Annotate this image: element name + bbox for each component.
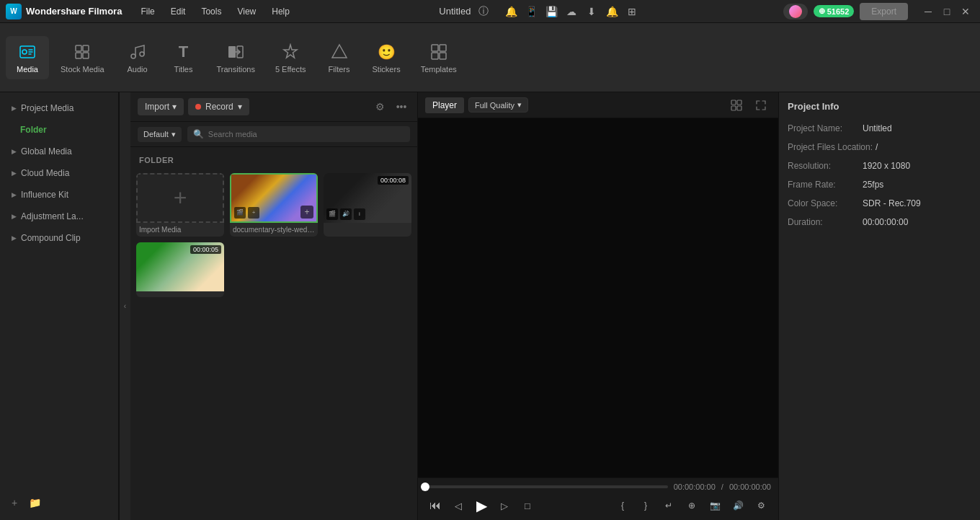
stickers-icon: 🙂 [376,42,396,62]
media-item-import[interactable]: + Import Media [136,173,224,237]
cloud-icon[interactable]: ☁ [563,3,580,20]
project-framerate-row: Frame Rate: 25fps [788,180,971,190]
menu-edit[interactable]: Edit [164,4,193,19]
sidebar-item-cloud-media[interactable]: ▶ Cloud Media [3,163,115,183]
expand-arrow-global: ▶ [12,148,17,155]
toolbar-audio[interactable]: Audio [116,36,159,79]
titles-icon: T [174,42,194,62]
toolbar-stock-media[interactable]: Stock Media [52,36,113,79]
settings2-icon[interactable]: ⚙ [751,495,771,516]
grid-view-icon[interactable] [726,95,747,115]
insert-icon[interactable]: ↵ [659,495,679,516]
svg-rect-2 [76,45,81,51]
sidebar-collapse-btn[interactable]: ‹ [119,92,130,520]
download-icon[interactable]: ⬇ [583,3,600,20]
resolution-label: Resolution: [788,161,860,171]
window-controls: ─ □ ✕ [919,3,974,20]
record-button[interactable]: Record ▾ [188,98,249,115]
media-toolbar: Import ▾ Record ▾ ⚙ ••• [130,92,417,122]
more-options-icon[interactable]: ••• [393,98,410,115]
toolbar-media[interactable]: Media [6,36,49,79]
expand-arrow-project: ▶ [12,105,17,112]
sidebar-item-folder[interactable]: Folder [3,120,115,140]
sidebar: ▶ Project Media Folder ▶ Global Media ▶ … [0,92,119,520]
clip-icon: 🎬 [234,207,246,219]
skip-back-icon[interactable]: ⏮ [425,495,445,516]
progress-handle[interactable] [421,482,429,491]
quality-select[interactable]: Full Quality ▾ [468,97,528,113]
sidebar-item-compound-clip[interactable]: ▶ Compound Clip [3,228,115,248]
media-item-outdoor1[interactable]: 00:00:05 [136,242,224,298]
storage-icon[interactable]: 💾 [543,3,560,20]
import-chevron-icon: ▾ [172,102,177,112]
close-button[interactable]: ✕ [957,3,974,20]
maximize-button[interactable]: □ [938,3,956,20]
media-item-dark1[interactable]: 00:00:08 🎬 🔊 i [324,173,411,237]
search-input[interactable] [208,130,404,138]
menu-tools[interactable]: Tools [194,4,228,19]
duration-value: 00:00:00:00 [863,217,908,227]
fullscreen-icon[interactable] [751,95,771,115]
play-button[interactable]: ▶ [471,495,491,516]
points-badge[interactable]: ⊕ 51652 [814,5,855,17]
plus-icon: + [174,185,187,211]
sidebar-item-global-media[interactable]: ▶ Global Media [3,141,115,162]
player-tab[interactable]: Player [425,97,464,113]
grid-icon[interactable]: ⊞ [623,3,641,20]
svg-rect-4 [76,53,81,58]
dark1-duration: 00:00:08 [378,176,409,185]
fullscreen-toggle-icon[interactable]: □ [517,495,538,516]
media-items-grid: + Import Media 🎬 + [136,173,411,297]
append-icon[interactable]: ⊕ [682,495,702,516]
title-info-icon[interactable]: ⓘ [475,3,492,20]
devices-icon[interactable]: 📱 [522,3,540,20]
toolbar-stickers-label: Stickers [373,65,401,74]
sidebar-item-influence-kit[interactable]: ▶ Influence Kit [3,185,115,205]
project-files-label: Project Files Location: [788,142,873,152]
user-badge[interactable] [783,4,808,19]
menu-view[interactable]: View [230,4,263,19]
sidebar-add-btn[interactable]: + [6,494,23,511]
toolbar-titles[interactable]: T Titles [162,36,205,79]
toolbar-titles-label: Titles [174,65,193,74]
view-default-select[interactable]: Default ▾ [138,127,182,142]
app-name: Wondershare Filmora [26,6,122,17]
expand-arrow-compound: ▶ [12,234,17,242]
player-progress-bar[interactable] [425,485,668,488]
toolbar-stickers[interactable]: 🙂 Stickers [364,36,409,79]
sidebar-label-influence-kit: Influence Kit [21,190,68,200]
mark-out-icon[interactable]: } [636,495,656,516]
points-icon: ⊕ [819,6,825,16]
svg-marker-10 [332,45,347,58]
frame-back-icon[interactable]: ◁ [448,495,468,516]
sidebar-item-adjustment[interactable]: ▶ Adjustment La... [3,206,115,226]
add-overlay-icon[interactable]: + [300,206,313,219]
notification-icon[interactable]: 🔔 [502,3,520,20]
record-label: Record [205,102,233,112]
toolbar-templates[interactable]: Templates [412,36,466,79]
wedding-thumb: 🎬 + + [230,173,318,223]
quality-label: Full Quality [475,101,514,110]
volume-icon[interactable]: 🔊 [728,495,748,516]
sidebar-folder-btn[interactable]: 📁 [26,494,43,511]
wedding-label: documentary-style-weddin... [230,223,318,237]
toolbar-transitions[interactable]: Transitions [208,36,264,79]
toolbar-filters[interactable]: Filters [318,36,361,79]
menu-help[interactable]: Help [264,4,297,19]
snapshot-icon[interactable]: 📷 [705,495,725,516]
import-label: Import [145,102,169,112]
sidebar-item-project-media[interactable]: ▶ Project Media [3,98,115,118]
menu-file[interactable]: File [133,4,161,19]
import-button[interactable]: Import ▾ [138,98,184,115]
user-avatar [789,5,802,18]
bell-icon[interactable]: 🔔 [603,3,620,20]
frame-forward-icon[interactable]: ▷ [494,495,514,516]
filter-settings-icon[interactable]: ⚙ [371,98,388,115]
record-chevron-icon: ▾ [238,102,242,112]
toolbar-effects[interactable]: 5 Effects [267,36,315,79]
export-button[interactable]: Export [860,3,908,20]
import-media-label: Import Media [136,223,224,237]
media-item-wedding[interactable]: 🎬 + + documentary-style-weddin... [230,173,318,237]
minimize-button[interactable]: ─ [919,3,937,20]
mark-in-icon[interactable]: { [612,495,633,516]
